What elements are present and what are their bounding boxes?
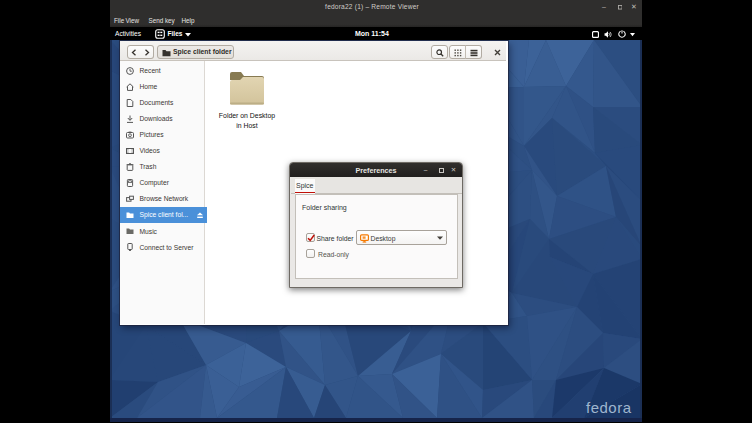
- svg-text:fedora: fedora: [586, 399, 632, 416]
